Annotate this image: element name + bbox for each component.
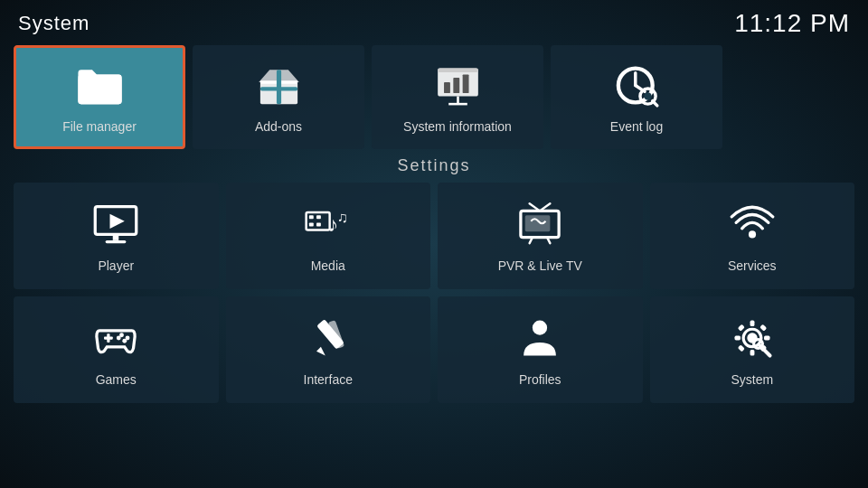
svg-rect-3 (259, 87, 297, 90)
svg-rect-24 (309, 222, 314, 226)
tile-event-log[interactable]: Event log (551, 45, 722, 149)
svg-marker-18 (110, 214, 125, 229)
player-icon (89, 200, 143, 249)
interface-icon (301, 314, 355, 363)
media-icon: ♪ ♫ (301, 200, 355, 249)
svg-rect-7 (453, 78, 459, 93)
app-title: System (18, 12, 90, 35)
svg-point-34 (749, 230, 756, 238)
svg-text:♫: ♫ (337, 209, 348, 225)
tile-system-information-label: System information (403, 119, 512, 134)
file-manager-icon (72, 61, 127, 110)
svg-point-40 (117, 336, 121, 341)
tile-profiles[interactable]: Profiles (438, 296, 643, 403)
svg-point-44 (533, 321, 547, 335)
tile-event-log-label: Event log (610, 119, 663, 134)
tile-file-manager[interactable]: File manager (14, 45, 185, 149)
svg-marker-42 (316, 347, 326, 356)
main-content: File manager Add-ons (0, 45, 868, 488)
tile-interface-label: Interface (304, 372, 353, 387)
settings-label: Settings (397, 156, 470, 174)
svg-rect-22 (309, 215, 314, 219)
svg-rect-50 (738, 324, 745, 332)
svg-rect-51 (760, 324, 767, 332)
top-row: File manager Add-ons (14, 45, 854, 149)
svg-rect-31 (525, 215, 551, 231)
svg-rect-6 (444, 82, 450, 93)
tile-profiles-label: Profiles (519, 372, 561, 387)
svg-rect-5 (438, 69, 478, 72)
tile-system-information[interactable]: System information (372, 45, 543, 149)
svg-rect-20 (106, 240, 127, 243)
svg-rect-21 (306, 212, 329, 230)
profiles-icon (513, 314, 567, 363)
tile-file-manager-label: File manager (62, 119, 137, 134)
pvr-live-tv-icon (513, 200, 567, 249)
tile-interface[interactable]: Interface (226, 296, 431, 403)
svg-rect-25 (316, 222, 321, 226)
svg-rect-36 (108, 333, 110, 343)
system-icon (725, 314, 779, 363)
svg-rect-8 (462, 74, 468, 93)
clock: 11:12 PM (734, 9, 850, 38)
tile-player-label: Player (98, 258, 134, 273)
tile-media[interactable]: ♪ ♫ Media (226, 183, 431, 289)
tile-player[interactable]: Player (14, 183, 219, 289)
event-log-icon (609, 61, 664, 110)
tile-add-ons[interactable]: Add-ons (193, 45, 364, 149)
system-information-icon (430, 61, 485, 110)
svg-rect-23 (316, 215, 321, 219)
tile-media-label: Media (311, 258, 345, 273)
tile-games[interactable]: Games (14, 296, 219, 403)
add-ons-icon (251, 61, 306, 110)
tile-services-label: Services (728, 258, 777, 273)
svg-line-16 (652, 101, 656, 106)
svg-rect-52 (738, 344, 745, 352)
tile-pvr-live-tv[interactable]: PVR & Live TV (438, 183, 643, 289)
svg-rect-46 (750, 321, 754, 327)
settings-label-row: Settings (14, 156, 854, 175)
svg-rect-47 (750, 350, 754, 356)
tile-games-label: Games (96, 372, 137, 387)
svg-rect-49 (764, 336, 770, 341)
svg-rect-48 (734, 336, 741, 341)
svg-point-15 (644, 92, 652, 100)
settings-grid: Player ♪ ♫ Media (14, 183, 854, 403)
tile-services[interactable]: Services (650, 183, 855, 289)
tile-add-ons-label: Add-ons (255, 119, 302, 134)
games-icon (89, 314, 143, 363)
tile-system-label: System (731, 372, 773, 387)
services-icon (725, 200, 779, 249)
svg-point-39 (123, 339, 127, 343)
tile-pvr-live-tv-label: PVR & Live TV (498, 258, 582, 273)
tile-system[interactable]: System (650, 296, 855, 403)
svg-rect-19 (113, 234, 119, 240)
